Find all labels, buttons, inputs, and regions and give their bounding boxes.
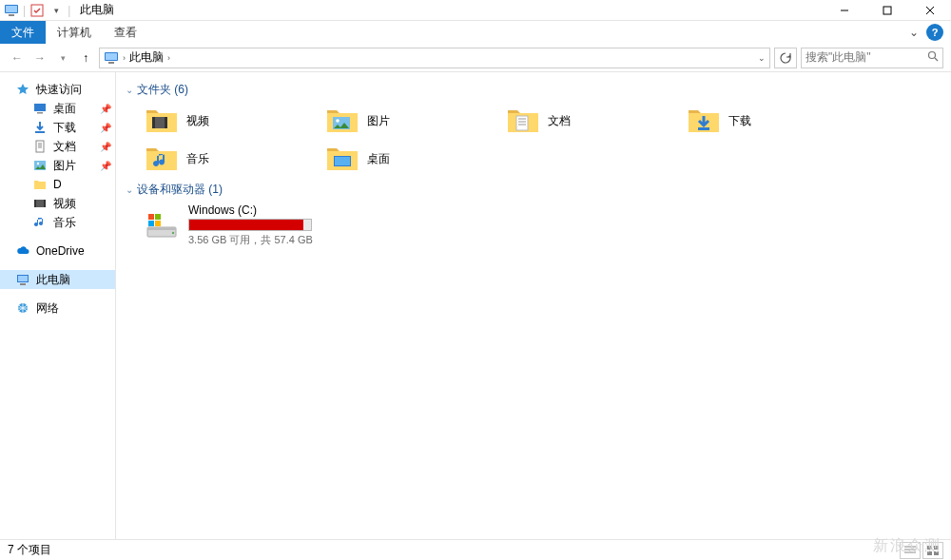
tab-computer[interactable]: 计算机 — [46, 21, 103, 44]
svg-rect-30 — [152, 117, 155, 128]
svg-rect-27 — [20, 283, 26, 285]
svg-rect-1 — [6, 6, 17, 12]
drive-c[interactable]: Windows (C:) 3.56 GB 可用，共 57.4 GB — [126, 203, 941, 247]
nav-this-pc[interactable]: 此电脑 — [0, 270, 115, 289]
nav-onedrive[interactable]: OneDrive — [0, 241, 115, 261]
window-title: 此电脑 — [80, 2, 114, 18]
view-details-button[interactable] — [900, 542, 921, 559]
svg-rect-26 — [18, 276, 28, 281]
music-icon — [32, 215, 48, 230]
breadcrumb-dropdown-icon[interactable]: › — [123, 53, 126, 63]
svg-rect-15 — [35, 131, 45, 133]
tab-file[interactable]: 文件 — [0, 21, 46, 44]
download-icon — [32, 120, 48, 135]
nav-d-folder[interactable]: D — [0, 175, 115, 194]
videos-folder-icon — [145, 106, 179, 136]
qat-dropdown-icon[interactable]: ▾ — [49, 3, 64, 18]
maximize-button[interactable] — [865, 0, 908, 21]
address-row: ← → ▾ ↑ › 此电脑 › ⌄ 搜索"此电脑" — [0, 44, 951, 72]
qat-separator: | — [23, 4, 26, 17]
folder-videos[interactable]: 视频 — [126, 102, 306, 140]
group-label: 设备和驱动器 (1) — [137, 182, 223, 198]
help-icon[interactable]: ? — [926, 24, 943, 41]
svg-rect-52 — [934, 546, 939, 550]
chevron-down-icon: ⌄ — [126, 85, 133, 95]
nav-forward-button[interactable]: → — [30, 48, 49, 68]
close-button[interactable] — [908, 0, 951, 21]
nav-downloads[interactable]: 下载 📌 — [0, 118, 115, 137]
chevron-down-icon: ⌄ — [126, 184, 133, 195]
group-header-devices[interactable]: ⌄ 设备和驱动器 (1) — [126, 182, 941, 198]
network-icon — [15, 300, 30, 316]
folder-label: 音乐 — [186, 151, 209, 167]
svg-point-11 — [929, 52, 936, 59]
desktop-folder-icon — [325, 144, 359, 174]
folder-label: 视频 — [186, 113, 209, 129]
ribbon: 文件 计算机 查看 ⌄ ? — [0, 21, 951, 44]
folder-pictures[interactable]: 图片 — [306, 102, 487, 140]
nav-documents[interactable]: 文档 📌 — [0, 137, 115, 156]
svg-rect-10 — [108, 62, 114, 64]
nav-videos[interactable]: 视频 — [0, 194, 115, 213]
nav-group-this-pc: 此电脑 — [0, 270, 115, 289]
status-item-count: 7 个项目 — [8, 542, 51, 558]
svg-rect-5 — [883, 7, 891, 14]
nav-desktop[interactable]: 桌面 📌 — [0, 99, 115, 118]
properties-icon[interactable] — [29, 3, 45, 18]
svg-rect-14 — [37, 112, 43, 114]
nav-network[interactable]: 网络 — [0, 299, 115, 318]
nav-up-button[interactable]: ↑ — [76, 48, 95, 68]
folder-documents[interactable]: 文档 — [487, 102, 668, 140]
folder-icon — [32, 177, 48, 192]
folder-music[interactable]: 音乐 — [126, 140, 306, 178]
search-input[interactable]: 搜索"此电脑" — [801, 48, 943, 68]
nav-label: 视频 — [53, 196, 76, 212]
folder-downloads[interactable]: 下载 — [668, 102, 848, 140]
view-large-icons-button[interactable] — [922, 542, 943, 559]
nav-back-button[interactable]: ← — [8, 48, 27, 68]
svg-rect-44 — [148, 214, 154, 220]
breadcrumb-label: 此电脑 — [129, 49, 164, 66]
nav-music[interactable]: 音乐 — [0, 213, 115, 232]
tab-view[interactable]: 查看 — [103, 21, 148, 44]
svg-line-12 — [935, 58, 938, 61]
svg-rect-24 — [44, 200, 46, 207]
folder-label: 下载 — [728, 113, 751, 129]
svg-rect-2 — [9, 14, 14, 16]
pin-icon: 📌 — [100, 104, 111, 114]
search-placeholder: 搜索"此电脑" — [805, 49, 927, 66]
collapse-ribbon-icon[interactable]: ⌄ — [909, 26, 919, 39]
group-header-folders[interactable]: ⌄ 文件夹 (6) — [126, 82, 941, 98]
this-pc-icon — [15, 272, 30, 287]
pin-icon: 📌 — [100, 123, 111, 133]
address-bar[interactable]: › 此电脑 › ⌄ — [99, 48, 770, 68]
svg-rect-9 — [106, 53, 117, 60]
drive-stats: 3.56 GB 可用，共 57.4 GB — [188, 233, 313, 247]
nav-recent-dropdown[interactable]: ▾ — [53, 48, 72, 68]
svg-rect-13 — [34, 104, 46, 111]
status-right — [900, 542, 943, 559]
nav-group-network: 网络 — [0, 299, 115, 318]
titlebar-left: | ▾ | 此电脑 — [0, 2, 114, 18]
address-history-dropdown-icon[interactable]: ⌄ — [758, 53, 766, 63]
this-pc-icon — [4, 3, 19, 18]
nav-pictures[interactable]: 图片 📌 — [0, 156, 115, 175]
breadcrumb-this-pc[interactable]: 此电脑 › — [129, 49, 170, 66]
music-folder-icon — [145, 144, 179, 174]
nav-label: 下载 — [53, 120, 76, 136]
nav-group-quick-access: 快速访问 桌面 📌 下载 📌 文档 📌 图片 📌 — [0, 80, 115, 232]
folders-grid: 视频 图片 文档 下载 — [126, 102, 941, 178]
nav-quick-access[interactable]: 快速访问 — [0, 80, 115, 99]
svg-rect-47 — [155, 221, 161, 226]
refresh-button[interactable] — [774, 48, 797, 68]
folder-desktop[interactable]: 桌面 — [306, 140, 487, 178]
drive-usage-fill — [189, 220, 303, 230]
address-end: ⌄ — [758, 53, 766, 63]
svg-rect-31 — [165, 117, 167, 128]
document-icon — [32, 139, 48, 154]
window-controls — [823, 0, 951, 21]
desktop-icon — [32, 101, 48, 116]
nav-label: 图片 — [53, 158, 76, 174]
svg-point-43 — [172, 232, 174, 234]
minimize-button[interactable] — [823, 0, 865, 21]
